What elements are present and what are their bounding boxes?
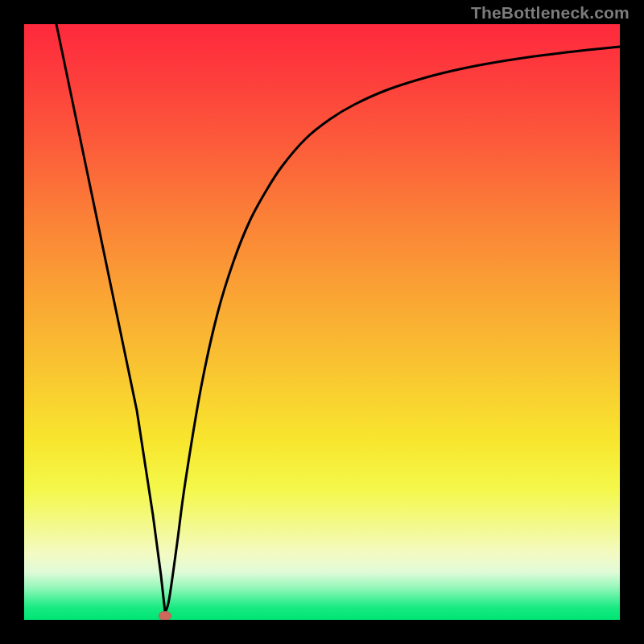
plot-area: [24, 24, 620, 620]
bottleneck-curve: [24, 24, 620, 620]
bottleneck-curve-path: [56, 24, 620, 612]
chart-frame: TheBottleneck.com: [0, 0, 644, 644]
minimum-marker: [159, 611, 171, 620]
watermark-text: TheBottleneck.com: [471, 3, 630, 23]
